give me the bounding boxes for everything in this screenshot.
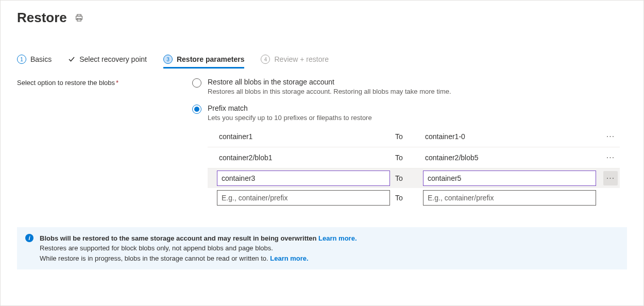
option-description: Lets you specify up to 10 prefixes or fi… [208,113,496,123]
option-title: Restore all blobs in the storage account [208,78,620,86]
tab-label: Review + restore [274,55,328,63]
to-label: To [394,132,419,141]
prefix-from-value: container2/blob1 [217,150,390,165]
prefix-rows: container1 To container1-0 ··· container… [208,126,620,209]
wizard-tabs: 1 Basics Select recovery point 3 Restore… [1,30,643,69]
step-number-badge: 1 [17,55,26,64]
more-icon: ··· [606,174,615,182]
learn-more-link[interactable]: Learn more. [270,254,308,262]
prefix-to-input[interactable] [423,190,596,206]
learn-more-link[interactable]: Learn more. [318,234,357,242]
row-more-button[interactable]: ··· [603,150,618,165]
prefix-row-editing: To ··· [208,168,620,188]
prefix-to-input[interactable] [423,171,596,186]
prefix-row: container1 To container1-0 ··· [208,126,620,147]
radio-prefix-match[interactable] [192,105,201,114]
step-number-badge: 4 [261,55,270,64]
prefix-from-value: container1 [217,129,390,144]
tab-label: Restore parameters [177,55,245,63]
tab-review-restore[interactable]: 4 Review + restore [261,55,328,69]
tab-label: Basics [30,55,52,63]
prefix-row-empty: To [208,188,620,209]
prefix-row: container2/blob1 To container2/blob5 ··· [208,147,620,168]
radio-restore-all[interactable] [192,78,201,88]
row-more-button[interactable]: ··· [603,129,618,144]
option-prefix-match[interactable]: Prefix match Lets you specify up to 10 p… [192,104,620,209]
option-restore-all[interactable]: Restore all blobs in the storage account… [192,78,620,97]
to-label: To [394,154,419,162]
step-number-badge: 3 [163,55,173,64]
prefix-from-input[interactable] [217,190,390,206]
prefix-from-input[interactable] [217,171,390,186]
prefix-to-value: container2/blob5 [423,150,596,165]
tab-basics[interactable]: 1 Basics [17,55,52,69]
page-title: Restore [17,10,67,26]
to-label: To [394,174,419,182]
info-icon: i [25,234,33,242]
tab-label: Select recovery point [79,55,147,63]
required-asterisk: * [116,79,118,87]
info-box: i Blobs will be restored to the same sto… [17,227,627,270]
form-side-label: Select option to restore the blobs* [17,78,172,209]
row-more-button[interactable]: ··· [603,171,618,185]
tab-select-recovery-point[interactable]: Select recovery point [68,55,147,68]
to-label: To [394,194,419,202]
tab-restore-parameters[interactable]: 3 Restore parameters [163,55,245,69]
prefix-to-value: container1-0 [423,129,596,144]
info-text: Blobs will be restored to the same stora… [40,233,357,264]
option-title: Prefix match [208,104,620,112]
check-icon [68,56,75,63]
more-icon: ··· [606,132,615,141]
more-icon: ··· [606,154,615,162]
option-description: Restores all blobs in this storage accou… [208,87,496,97]
print-icon[interactable] [75,14,83,22]
